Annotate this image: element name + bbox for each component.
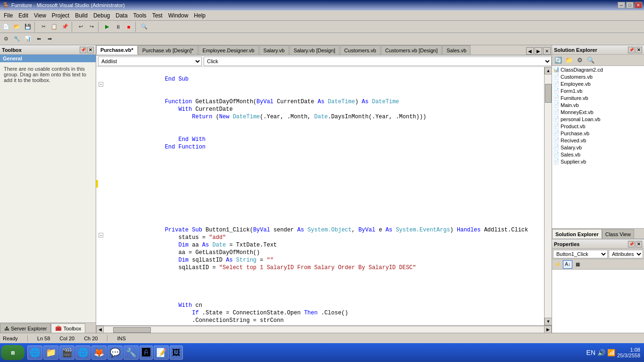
toolbox-close[interactable]: ✕ (87, 47, 94, 53)
tab-customers[interactable]: Customers.vb (340, 45, 380, 55)
tree-item-employee[interactable]: 📄 Employee.vb (552, 80, 644, 87)
tb-search[interactable]: 🔍 (139, 22, 149, 32)
se-pin[interactable]: 📌 (628, 47, 635, 53)
h-scroll-thumb[interactable] (113, 327, 151, 333)
menu-build[interactable]: Build (72, 11, 91, 20)
scroll-thumb[interactable] (545, 84, 552, 103)
tray-lang[interactable]: EN (586, 349, 595, 356)
horizontal-scrollbar[interactable]: ◀ ▶ (96, 325, 552, 333)
tab-scroll-left[interactable]: ◀ (526, 47, 534, 55)
props-alpha[interactable]: A↓ (563, 260, 572, 269)
tab-sales[interactable]: Sales.vb (442, 45, 471, 55)
tb-undo[interactable]: ↩ (75, 22, 86, 32)
maximize-button[interactable]: □ (626, 2, 634, 8)
props-pin[interactable]: 📌 (628, 241, 635, 247)
tree-item-product[interactable]: 📄 Product.vb (552, 123, 644, 130)
tree-item-form1[interactable]: 📄 Form1.vb (552, 87, 644, 94)
taskbar-firefox[interactable]: 🦊 (91, 346, 107, 360)
props-close[interactable]: ✕ (636, 241, 642, 247)
h-scroll-left[interactable]: ◀ (96, 326, 104, 333)
se-properties[interactable]: ⚙ (575, 55, 585, 66)
tray-volume[interactable]: 🔊 (597, 349, 605, 356)
tb-paste[interactable]: 📌 (60, 22, 70, 32)
scroll-track[interactable] (545, 74, 552, 318)
toolbox-tab[interactable]: 🧰 Toolbox (51, 323, 85, 333)
tab-close[interactable]: ✕ (543, 47, 551, 55)
vertical-scrollbar[interactable]: ▲ ▼ (544, 67, 552, 325)
tb-new[interactable]: 📄 (1, 22, 11, 32)
tab-purchase-vb[interactable]: Purchase.vb* (96, 45, 138, 55)
tb-open[interactable]: 📂 (12, 22, 22, 32)
taskbar-line[interactable]: 💬 (107, 346, 123, 360)
se-refresh[interactable]: 🔄 (553, 55, 563, 66)
taskbar-photo[interactable]: 🖼 (170, 346, 183, 360)
se-show-files[interactable]: 📁 (564, 55, 574, 66)
tb2-btn3[interactable]: 📊 (23, 34, 33, 44)
se-filter[interactable]: 🔍 (586, 55, 596, 66)
taskbar-explorer[interactable]: 📁 (43, 346, 58, 360)
taskbar-media[interactable]: 🎬 (59, 346, 74, 360)
object-dropdown[interactable]: Addlist (98, 57, 202, 66)
tree-item-personalloan[interactable]: 📄 personal Loan.vb (552, 115, 644, 123)
menu-test[interactable]: Test (149, 11, 165, 20)
close-button[interactable]: ✕ (635, 2, 642, 8)
tb2-btn1[interactable]: ⚙ (1, 34, 11, 44)
start-button[interactable]: ⊞ (1, 345, 25, 360)
method-dropdown[interactable]: Click (204, 57, 552, 66)
code-text[interactable]: End Sub Function GetLastDayOfMonth(ByVal… (96, 67, 544, 325)
tb-debug-pause[interactable]: ⏸ (113, 22, 123, 32)
tab-salary-design[interactable]: Salary.vb [Design] (289, 45, 339, 55)
tb2-btn4[interactable]: ⬅ (33, 34, 44, 44)
tb-copy[interactable]: 📋 (49, 22, 59, 32)
taskbar-word[interactable]: 📝 (154, 346, 169, 360)
code-editor[interactable]: − − End Sub Function GetLastDayOfMonth(B… (96, 67, 544, 325)
tree-item-main[interactable]: 📄 Main.vb (552, 101, 644, 108)
tree-item-purchase[interactable]: 📄 Purchase.vb (552, 130, 644, 137)
tree-item-salary[interactable]: 📄 Salary.vb (552, 144, 644, 151)
tb-redo[interactable]: ↪ (86, 22, 97, 32)
props-grid[interactable]: ▦ (573, 260, 582, 269)
h-scroll-right[interactable]: ▶ (544, 326, 552, 333)
tree-item-supplier[interactable]: 📄 Supplier.vb (552, 158, 644, 165)
solution-explorer-tab[interactable]: Solution Explorer (552, 229, 602, 239)
taskbar-chrome[interactable]: 🌐 (75, 346, 91, 360)
h-scroll-track[interactable] (104, 326, 544, 333)
clock[interactable]: 1:08 25/3/2558 (617, 347, 640, 358)
menu-file[interactable]: File (1, 11, 16, 20)
tab-customers-design[interactable]: Customers.vb [Design] (381, 45, 442, 55)
tree-item-customers[interactable]: 📄 Customers.vb (552, 73, 644, 80)
server-explorer-tab[interactable]: 🖧 Server Explorer (0, 323, 51, 333)
tab-employee-designer[interactable]: Employee.Designer.vb (198, 45, 259, 55)
tab-scroll-right[interactable]: ▶ (535, 47, 542, 55)
scroll-up[interactable]: ▲ (545, 67, 552, 74)
tb-debug-start[interactable]: ▶ (102, 22, 112, 32)
toolbox-pin[interactable]: 📌 (80, 47, 86, 53)
se-close[interactable]: ✕ (636, 47, 642, 53)
menu-window[interactable]: Window (165, 11, 191, 20)
tab-purchase-design[interactable]: Purchase.vb [Design]* (138, 45, 198, 55)
tab-salary[interactable]: Salary.vb (259, 45, 289, 55)
tray-network[interactable]: 📶 (607, 349, 615, 356)
title-bar-controls[interactable]: ─ □ ✕ (618, 2, 642, 8)
tree-item-monneyext[interactable]: 📄 MonneyExt.vb (552, 108, 644, 115)
tree-item-sales[interactable]: 📄 Sales.vb (552, 151, 644, 158)
menu-view[interactable]: View (31, 11, 49, 20)
toolbox-general-group[interactable]: General (0, 55, 96, 62)
tb-cut[interactable]: ✂ (38, 22, 49, 32)
tb2-btn2[interactable]: 🔧 (12, 34, 22, 44)
menu-debug[interactable]: Debug (91, 11, 113, 20)
menu-tools[interactable]: Tools (131, 11, 149, 20)
tb-debug-stop[interactable]: ■ (124, 22, 134, 32)
menu-data[interactable]: Data (113, 11, 130, 20)
tb2-btn5[interactable]: ➡ (44, 34, 55, 44)
taskbar-app7[interactable]: 🔧 (124, 346, 139, 360)
props-events[interactable]: ⚡ (553, 260, 562, 269)
minimize-button[interactable]: ─ (618, 2, 625, 8)
tb-save[interactable]: 💾 (23, 22, 33, 32)
props-object-dropdown[interactable]: Button1_Click (553, 250, 608, 258)
menu-edit[interactable]: Edit (16, 11, 31, 20)
props-type-dropdown[interactable]: Attributes (609, 250, 643, 258)
tree-item-furniture[interactable]: 📄 Furniture.vb (552, 94, 644, 101)
tree-item-classdiagram[interactable]: 📊 ClassDiagram2.cd (552, 66, 644, 73)
taskbar-ie[interactable]: 🌐 (27, 346, 42, 360)
